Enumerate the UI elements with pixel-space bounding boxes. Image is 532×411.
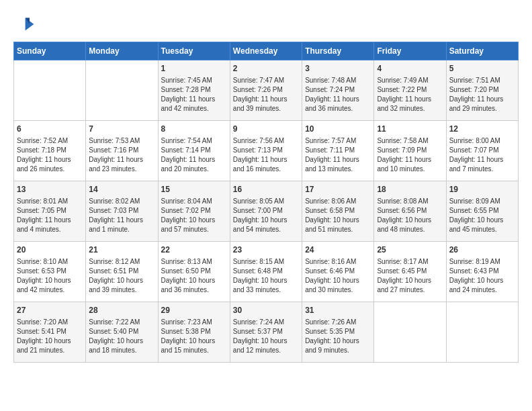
day-number: 25	[377, 244, 443, 256]
calendar-cell: 23Sunrise: 8:15 AMSunset: 6:48 PMDayligh…	[230, 242, 302, 302]
day-info: Sunrise: 8:05 AMSunset: 7:00 PMDaylight:…	[233, 197, 299, 234]
column-header-wednesday: Wednesday	[230, 42, 302, 60]
calendar-week-row: 1Sunrise: 7:45 AMSunset: 7:28 PMDaylight…	[14, 60, 519, 121]
calendar-cell: 6Sunrise: 7:52 AMSunset: 7:18 PMDaylight…	[14, 121, 86, 181]
day-number: 7	[89, 124, 154, 135]
column-header-sunday: Sunday	[14, 42, 86, 60]
calendar-cell: 21Sunrise: 8:12 AMSunset: 6:51 PMDayligh…	[86, 242, 158, 302]
day-info: Sunrise: 7:49 AMSunset: 7:22 PMDaylight:…	[377, 76, 443, 113]
calendar-cell: 31Sunrise: 7:26 AMSunset: 5:35 PMDayligh…	[302, 302, 374, 363]
calendar-cell: 9Sunrise: 7:56 AMSunset: 7:13 PMDaylight…	[230, 121, 302, 181]
day-info: Sunrise: 7:57 AMSunset: 7:11 PMDaylight:…	[305, 136, 371, 174]
day-number: 20	[17, 244, 83, 256]
calendar-cell: 26Sunrise: 8:19 AMSunset: 6:43 PMDayligh…	[446, 242, 518, 302]
day-info: Sunrise: 8:19 AMSunset: 6:43 PMDaylight:…	[449, 257, 515, 295]
day-info: Sunrise: 7:51 AMSunset: 7:20 PMDaylight:…	[449, 76, 515, 113]
day-info: Sunrise: 8:08 AMSunset: 6:56 PMDaylight:…	[377, 197, 443, 234]
day-info: Sunrise: 7:24 AMSunset: 5:37 PMDaylight:…	[233, 318, 299, 355]
day-info: Sunrise: 8:13 AMSunset: 6:50 PMDaylight:…	[161, 257, 227, 295]
calendar-header-row: SundayMondayTuesdayWednesdayThursdayFrid…	[14, 42, 519, 60]
calendar-week-row: 6Sunrise: 7:52 AMSunset: 7:18 PMDaylight…	[14, 121, 519, 181]
calendar-cell: 14Sunrise: 8:02 AMSunset: 7:03 PMDayligh…	[86, 181, 158, 242]
calendar-table: SundayMondayTuesdayWednesdayThursdayFrid…	[13, 42, 519, 363]
day-info: Sunrise: 7:56 AMSunset: 7:13 PMDaylight:…	[233, 136, 299, 174]
day-number: 17	[305, 184, 371, 195]
day-info: Sunrise: 7:22 AMSunset: 5:40 PMDaylight:…	[89, 318, 154, 355]
day-info: Sunrise: 7:53 AMSunset: 7:16 PMDaylight:…	[89, 136, 154, 174]
day-number: 18	[377, 184, 443, 195]
day-number: 4	[377, 63, 443, 75]
calendar-cell: 29Sunrise: 7:23 AMSunset: 5:38 PMDayligh…	[158, 302, 230, 363]
column-header-friday: Friday	[374, 42, 446, 60]
day-info: Sunrise: 8:15 AMSunset: 6:48 PMDaylight:…	[233, 257, 299, 295]
calendar-cell: 5Sunrise: 7:51 AMSunset: 7:20 PMDaylight…	[446, 60, 518, 121]
day-number: 28	[89, 305, 154, 316]
calendar-cell: 20Sunrise: 8:10 AMSunset: 6:53 PMDayligh…	[14, 242, 86, 302]
day-info: Sunrise: 7:48 AMSunset: 7:24 PMDaylight:…	[305, 76, 371, 113]
calendar-cell	[14, 60, 86, 121]
day-number: 5	[449, 63, 515, 75]
day-info: Sunrise: 7:47 AMSunset: 7:26 PMDaylight:…	[233, 76, 299, 113]
day-number: 24	[305, 244, 371, 256]
day-info: Sunrise: 8:17 AMSunset: 6:45 PMDaylight:…	[377, 257, 443, 295]
calendar-cell: 2Sunrise: 7:47 AMSunset: 7:26 PMDaylight…	[230, 60, 302, 121]
column-header-tuesday: Tuesday	[158, 42, 230, 60]
day-number: 21	[89, 244, 154, 256]
column-header-saturday: Saturday	[446, 42, 518, 60]
day-info: Sunrise: 8:16 AMSunset: 6:46 PMDaylight:…	[305, 257, 371, 295]
calendar-cell: 13Sunrise: 8:01 AMSunset: 7:05 PMDayligh…	[14, 181, 86, 242]
calendar-cell: 17Sunrise: 8:06 AMSunset: 6:58 PMDayligh…	[302, 181, 374, 242]
day-number: 10	[305, 124, 371, 135]
calendar-cell: 25Sunrise: 8:17 AMSunset: 6:45 PMDayligh…	[374, 242, 446, 302]
day-number: 16	[233, 184, 299, 195]
day-number: 23	[233, 244, 299, 256]
calendar-cell: 24Sunrise: 8:16 AMSunset: 6:46 PMDayligh…	[302, 242, 374, 302]
calendar-cell: 30Sunrise: 7:24 AMSunset: 5:37 PMDayligh…	[230, 302, 302, 363]
calendar-cell: 1Sunrise: 7:45 AMSunset: 7:28 PMDaylight…	[158, 60, 230, 121]
day-info: Sunrise: 7:54 AMSunset: 7:14 PMDaylight:…	[161, 136, 227, 174]
day-info: Sunrise: 7:52 AMSunset: 7:18 PMDaylight:…	[17, 136, 83, 174]
column-header-thursday: Thursday	[302, 42, 374, 60]
day-info: Sunrise: 7:23 AMSunset: 5:38 PMDaylight:…	[161, 318, 227, 355]
calendar-week-row: 13Sunrise: 8:01 AMSunset: 7:05 PMDayligh…	[14, 181, 519, 242]
calendar-cell: 12Sunrise: 8:00 AMSunset: 7:07 PMDayligh…	[446, 121, 518, 181]
calendar-cell: 22Sunrise: 8:13 AMSunset: 6:50 PMDayligh…	[158, 242, 230, 302]
calendar-week-row: 20Sunrise: 8:10 AMSunset: 6:53 PMDayligh…	[14, 242, 519, 302]
calendar-cell: 8Sunrise: 7:54 AMSunset: 7:14 PMDaylight…	[158, 121, 230, 181]
calendar-cell: 18Sunrise: 8:08 AMSunset: 6:56 PMDayligh…	[374, 181, 446, 242]
calendar-cell: 11Sunrise: 7:58 AMSunset: 7:09 PMDayligh…	[374, 121, 446, 181]
calendar-cell: 19Sunrise: 8:09 AMSunset: 6:55 PMDayligh…	[446, 181, 518, 242]
day-number: 12	[449, 124, 515, 135]
day-info: Sunrise: 8:02 AMSunset: 7:03 PMDaylight:…	[89, 197, 154, 234]
day-number: 22	[161, 244, 227, 256]
day-info: Sunrise: 8:00 AMSunset: 7:07 PMDaylight:…	[449, 136, 515, 174]
column-header-monday: Monday	[86, 42, 158, 60]
day-number: 26	[449, 244, 515, 256]
day-number: 3	[305, 63, 371, 75]
calendar-cell: 28Sunrise: 7:22 AMSunset: 5:40 PMDayligh…	[86, 302, 158, 363]
calendar-cell: 10Sunrise: 7:57 AMSunset: 7:11 PMDayligh…	[302, 121, 374, 181]
day-number: 15	[161, 184, 227, 195]
page-header	[13, 13, 519, 35]
day-info: Sunrise: 7:26 AMSunset: 5:35 PMDaylight:…	[305, 318, 371, 355]
day-info: Sunrise: 8:09 AMSunset: 6:55 PMDaylight:…	[449, 197, 515, 234]
day-number: 14	[89, 184, 154, 195]
day-info: Sunrise: 8:12 AMSunset: 6:51 PMDaylight:…	[89, 257, 154, 295]
day-number: 1	[161, 63, 227, 75]
day-info: Sunrise: 7:45 AMSunset: 7:28 PMDaylight:…	[161, 76, 227, 113]
logo	[13, 13, 38, 35]
day-info: Sunrise: 7:58 AMSunset: 7:09 PMDaylight:…	[377, 136, 443, 174]
day-number: 6	[17, 124, 83, 135]
day-number: 11	[377, 124, 443, 135]
calendar-cell	[446, 302, 518, 363]
day-number: 9	[233, 124, 299, 135]
calendar-cell: 16Sunrise: 8:05 AMSunset: 7:00 PMDayligh…	[230, 181, 302, 242]
day-number: 13	[17, 184, 83, 195]
day-number: 2	[233, 63, 299, 75]
calendar-cell: 27Sunrise: 7:20 AMSunset: 5:41 PMDayligh…	[14, 302, 86, 363]
logo-icon	[13, 13, 35, 35]
day-number: 27	[17, 305, 83, 316]
calendar-week-row: 27Sunrise: 7:20 AMSunset: 5:41 PMDayligh…	[14, 302, 519, 363]
day-info: Sunrise: 8:06 AMSunset: 6:58 PMDaylight:…	[305, 197, 371, 234]
day-number: 8	[161, 124, 227, 135]
